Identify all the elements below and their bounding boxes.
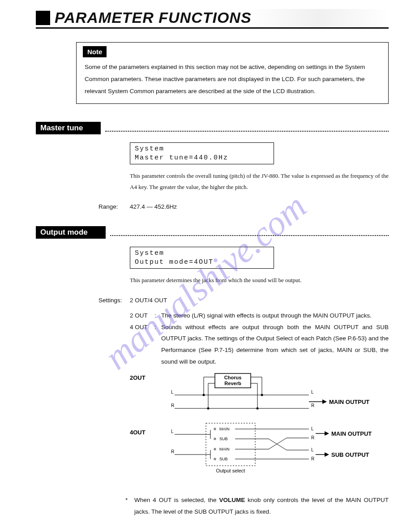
svg-text:L: L (171, 429, 174, 434)
setting-val-4out: Sounds without effects are output throug… (161, 322, 389, 368)
footnote-bold: VOLUME (219, 497, 245, 503)
note-label: Note (83, 46, 107, 57)
svg-text:L: L (311, 426, 314, 431)
diag-main-output: MAIN OUTPUT (331, 430, 372, 437)
diag-chorus: Chorus (224, 375, 242, 380)
title-square-icon (36, 11, 50, 25)
setting-2out: 2 OUT : The stereo (L/R) signal with eff… (130, 310, 389, 322)
setting-4out: 4 OUT : Sounds without effects are outpu… (130, 322, 389, 368)
section-head-output-mode: Output mode (36, 226, 106, 239)
svg-point-23 (214, 428, 216, 430)
section-head-row-master: Master tune (36, 122, 389, 134)
diagram-4out: 4OUT Output select L R MAIN SUB MAIN SUB… (130, 421, 389, 481)
settings-row: Settings: 2 OUT/4 OUT (98, 294, 389, 306)
range-value: 427.4 — 452.6Hz (130, 201, 389, 213)
settings-value: 2 OUT/4 OUT (130, 294, 389, 306)
svg-point-31 (214, 458, 216, 460)
page-title: PARAMETER FUNCTIONS (55, 9, 252, 26)
note-body: Some of the parameters explained in this… (77, 57, 388, 103)
svg-point-13 (261, 394, 263, 396)
dotted-leader (105, 130, 389, 132)
svg-text:MAIN: MAIN (219, 427, 230, 431)
svg-text:L: L (311, 447, 314, 452)
svg-text:R: R (171, 449, 174, 454)
setting-val-2out: The stereo (L/R) signal with effects is … (161, 310, 389, 322)
diag-main-output: MAIN OUTPUT (329, 399, 369, 405)
diag-L: L (311, 390, 314, 395)
svg-text:SUB: SUB (219, 457, 228, 461)
svg-line-41 (269, 439, 287, 450)
settings-label: Settings: (98, 294, 130, 306)
paragraph-master-tune: This parameter controls the overall tuni… (130, 171, 389, 193)
svg-point-25 (214, 438, 216, 440)
svg-line-37 (269, 438, 287, 449)
setting-key-2out: 2 OUT (130, 310, 154, 322)
lcd-line: Output mode=4OUT (135, 258, 214, 266)
setting-key-4out: 4 OUT (130, 322, 154, 368)
svg-marker-47 (325, 431, 329, 436)
note-box: Note Some of the parameters explained in… (76, 42, 389, 104)
diagram-2out-svg: 2OUT Chorus Reverb L L R R MAIN OUTPUT (130, 373, 381, 417)
svg-text:R: R (311, 456, 314, 461)
svg-point-11 (203, 394, 205, 396)
svg-marker-16 (322, 399, 327, 404)
range-label: Range: (98, 201, 130, 213)
colon: : (154, 310, 161, 322)
lcd-line: System (135, 145, 164, 153)
title-bar: PARAMETER FUNCTIONS (36, 9, 389, 29)
diag-sub-output: SUB OUTPUT (331, 451, 369, 458)
diag-label-2out: 2OUT (130, 374, 146, 381)
dotted-leader (110, 235, 389, 236)
section-head-master-tune: Master tune (36, 122, 101, 134)
svg-point-12 (207, 408, 210, 410)
footnote: * When 4 OUT is selected, the VOLUME kno… (125, 494, 389, 517)
range-row: Range: 427.4 — 452.6Hz (98, 201, 389, 213)
diag-R: R (311, 403, 314, 408)
lcd-line: Master tune=440.0Hz (135, 154, 228, 162)
diag-reverb: Reverb (224, 381, 241, 386)
diagram-4out-svg: 4OUT Output select L R MAIN SUB MAIN SUB… (130, 421, 381, 479)
lcd-master-tune: System Master tune=440.0Hz (130, 142, 274, 164)
svg-text:R: R (311, 435, 314, 440)
diag-L: L (171, 390, 174, 395)
svg-point-14 (257, 408, 259, 410)
svg-rect-17 (206, 423, 255, 466)
section-head-row-output: Output mode (36, 226, 389, 239)
manual-page: manualshive.com PARAMETER FUNCTIONS Note… (0, 0, 411, 532)
svg-point-29 (214, 448, 216, 450)
diag-R: R (171, 403, 174, 408)
diagram-2out: 2OUT Chorus Reverb L L R R MAIN OUTPUT (130, 373, 389, 419)
footnote-pre: When 4 OUT is selected, the (134, 497, 219, 503)
diag-output-select: Output select (216, 468, 245, 473)
svg-marker-49 (325, 452, 329, 457)
diag-label-4out: 4OUT (130, 429, 146, 436)
svg-text:SUB: SUB (219, 437, 228, 441)
lcd-line: System (135, 249, 164, 257)
paragraph-output-mode: This parameter determines the jacks from… (130, 275, 389, 286)
footnote-body: When 4 OUT is selected, the VOLUME knob … (134, 494, 389, 517)
asterisk-icon: * (125, 494, 134, 517)
svg-text:MAIN: MAIN (219, 447, 230, 451)
colon: : (154, 322, 161, 368)
lcd-output-mode: System Output mode=4OUT (130, 247, 274, 269)
